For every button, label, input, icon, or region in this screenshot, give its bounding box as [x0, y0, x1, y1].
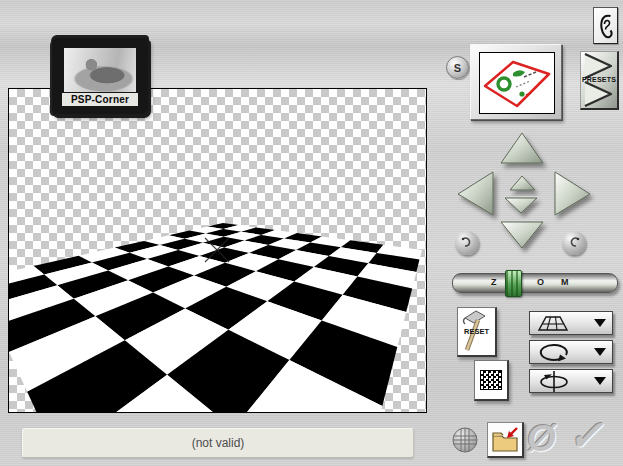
- rotate-y-icon: [536, 370, 574, 392]
- preview-thumbnail-button[interactable]: [470, 44, 562, 120]
- nav-up-button[interactable]: [501, 133, 543, 163]
- zoom-letter-z: Z: [491, 277, 497, 287]
- rotate-y-preset-button[interactable]: [529, 369, 613, 393]
- zoom-letter-o: O: [537, 277, 544, 287]
- rotate-cw-icon: [536, 341, 574, 363]
- web-button[interactable]: [452, 427, 478, 453]
- reset-button[interactable]: RESET: [457, 307, 497, 357]
- orbit-right-button[interactable]: [562, 231, 586, 255]
- nav-right-button[interactable]: [555, 172, 590, 215]
- dropdown-caret-icon: [594, 348, 606, 356]
- perspective-grid-icon: [536, 313, 570, 333]
- zoom-slider[interactable]: Z O M: [452, 273, 618, 293]
- plugin-window: PSP-Corner S PRESETS: [0, 0, 623, 466]
- presets-label: PRESETS: [581, 76, 617, 83]
- checkerboard-icon: [480, 370, 502, 390]
- texture-button[interactable]: [474, 360, 509, 401]
- zoom-letter-m: M: [561, 277, 569, 287]
- dropdown-caret-icon: [594, 377, 606, 385]
- reset-label: RESET: [458, 327, 495, 336]
- folder-import-icon: [490, 426, 520, 453]
- status-bar: (not valid): [22, 428, 414, 458]
- logo-photo: [64, 48, 136, 92]
- s-toggle-label: S: [454, 62, 461, 74]
- orbit-left-button[interactable]: [455, 231, 479, 255]
- swirl-icon: [562, 231, 586, 255]
- cancel-button[interactable]: Ø: [527, 418, 556, 460]
- nav-left-button[interactable]: [458, 172, 493, 215]
- dropdown-caret-icon: [594, 319, 606, 327]
- logo-label: PSP-Corner: [62, 93, 138, 106]
- preview-thumbnail: [479, 52, 555, 114]
- logo-frame: PSP-Corner: [52, 38, 148, 114]
- about-button[interactable]: [593, 7, 618, 44]
- thumbnail-art-icon: [480, 53, 552, 111]
- nav-tilt-up-button[interactable]: [510, 176, 535, 190]
- apply-button[interactable]: ✓: [568, 411, 603, 460]
- perspective-checkerboard: [9, 89, 426, 412]
- nav-down-button[interactable]: [501, 222, 543, 248]
- nav-tilt-down-button[interactable]: [505, 198, 537, 213]
- ear-icon: [598, 12, 614, 40]
- status-text: (not valid): [192, 436, 245, 450]
- presets-button[interactable]: PRESETS: [580, 51, 619, 110]
- perspective-preset-button[interactable]: [529, 311, 613, 335]
- swirl-icon: [455, 231, 479, 255]
- globe-icon: [452, 427, 478, 453]
- rotate-z-preset-button[interactable]: [529, 340, 613, 364]
- preview-canvas[interactable]: [8, 88, 427, 413]
- s-toggle-button[interactable]: S: [446, 56, 469, 79]
- zoom-slider-handle[interactable]: [505, 270, 522, 297]
- load-settings-button[interactable]: [487, 422, 524, 458]
